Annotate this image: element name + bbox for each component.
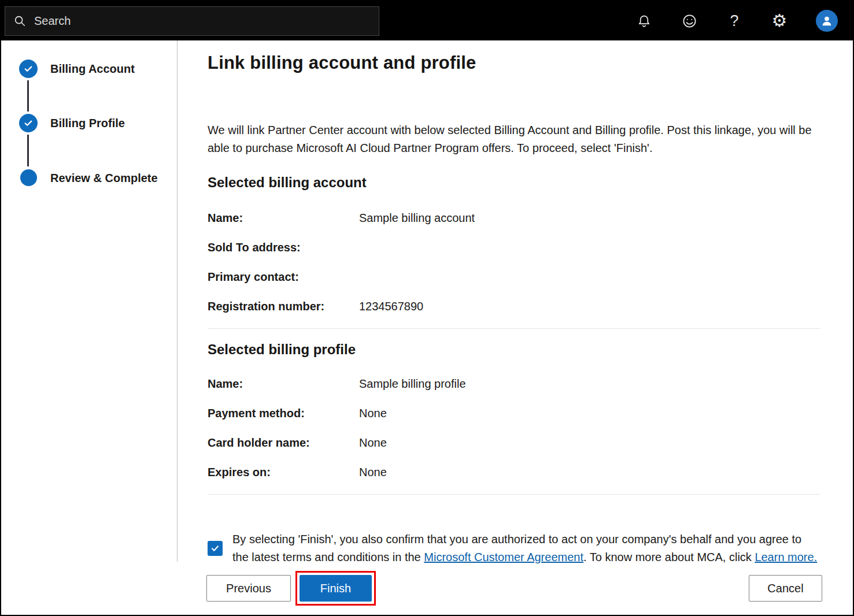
field-label: Sold To address: bbox=[208, 240, 359, 255]
cancel-button[interactable]: Cancel bbox=[749, 575, 822, 602]
field-value: Sample billing account bbox=[359, 210, 475, 225]
topbar-icons: ? ⚙ bbox=[635, 10, 853, 32]
field-label: Name: bbox=[208, 210, 359, 225]
help-icon[interactable]: ? bbox=[726, 12, 743, 29]
main-content: Link billing account and profile We will… bbox=[178, 40, 853, 562]
page-title: Link billing account and profile bbox=[208, 51, 853, 75]
field-value: Sample billing profile bbox=[359, 376, 466, 391]
step-billing-account-indicator[interactable] bbox=[19, 60, 38, 78]
finish-button[interactable]: Finish bbox=[300, 575, 372, 602]
field-label: Registration number: bbox=[208, 299, 359, 314]
billing-profile-heading: Selected billing profile bbox=[208, 340, 853, 359]
agreement-text: By selecting 'Finish', you also confirm … bbox=[232, 530, 818, 566]
check-icon bbox=[23, 118, 34, 128]
billing-account-heading: Selected billing account bbox=[208, 173, 853, 192]
previous-button[interactable]: Previous bbox=[206, 575, 291, 602]
field-label: Payment method: bbox=[208, 406, 359, 421]
partner-center-window: ? ⚙ Billing Account Billi bbox=[0, 0, 854, 616]
field-value: None bbox=[359, 465, 387, 480]
intro-text: We will link Partner Center account with… bbox=[208, 121, 814, 157]
field-row-primary-contact: Primary contact: bbox=[208, 269, 853, 284]
wizard-body: Billing Account Billing Profile Review &… bbox=[1, 40, 853, 562]
annotation-highlight-box: Finish bbox=[295, 571, 376, 606]
person-icon bbox=[820, 14, 833, 27]
sidebar-item-review-complete[interactable]: Review & Complete bbox=[50, 170, 158, 185]
footer-button-bar: Previous Finish Cancel bbox=[1, 562, 853, 615]
section-divider bbox=[208, 494, 820, 495]
stepper-connector bbox=[27, 80, 29, 112]
agreement-row: By selecting 'Finish', you also confirm … bbox=[208, 530, 853, 566]
field-row-card-holder-name: Card holder name: None bbox=[208, 435, 853, 450]
field-value: None bbox=[359, 435, 387, 450]
field-label: Expires on: bbox=[208, 465, 359, 480]
field-row-registration-number: Registration number: 1234567890 bbox=[208, 299, 853, 314]
field-label: Name: bbox=[208, 376, 359, 391]
learn-more-link[interactable]: Learn more. bbox=[755, 551, 817, 563]
field-row-payment-method: Payment method: None bbox=[208, 406, 853, 421]
avatar[interactable] bbox=[816, 10, 838, 32]
bell-icon[interactable] bbox=[635, 12, 653, 29]
wizard-stepper: Billing Account Billing Profile Review &… bbox=[1, 40, 178, 562]
smiley-icon[interactable] bbox=[681, 12, 698, 29]
field-label: Primary contact: bbox=[208, 269, 359, 284]
billing-account-fields: Name: Sample billing account Sold To add… bbox=[208, 210, 853, 314]
field-value: None bbox=[359, 406, 387, 421]
gear-glyph: ⚙ bbox=[772, 12, 788, 29]
agreement-text-part2: . To know more about MCA, click bbox=[583, 551, 755, 563]
check-icon bbox=[210, 544, 220, 553]
check-icon bbox=[23, 64, 34, 74]
microsoft-customer-agreement-link[interactable]: Microsoft Customer Agreement bbox=[424, 551, 583, 563]
search-input[interactable] bbox=[34, 14, 371, 28]
field-row-expires-on: Expires on: None bbox=[208, 465, 853, 480]
field-row-sold-to-address: Sold To address: bbox=[208, 240, 853, 255]
section-divider bbox=[208, 328, 820, 329]
gear-icon[interactable]: ⚙ bbox=[771, 12, 788, 29]
field-row-name: Name: Sample billing account bbox=[208, 210, 853, 225]
field-value: 1234567890 bbox=[359, 299, 423, 314]
step-billing-profile-indicator[interactable] bbox=[19, 114, 38, 132]
search-icon bbox=[13, 14, 26, 27]
top-bar: ? ⚙ bbox=[1, 1, 853, 40]
billing-profile-fields: Name: Sample billing profile Payment met… bbox=[208, 376, 853, 480]
sidebar-item-billing-profile[interactable]: Billing Profile bbox=[50, 116, 125, 131]
field-row-profile-name: Name: Sample billing profile bbox=[208, 376, 853, 391]
field-label: Card holder name: bbox=[208, 435, 359, 450]
search-box[interactable] bbox=[5, 6, 379, 36]
help-glyph: ? bbox=[730, 13, 738, 29]
sidebar-item-billing-account[interactable]: Billing Account bbox=[50, 61, 135, 76]
step-review-complete-indicator[interactable] bbox=[20, 169, 37, 186]
agreement-checkbox[interactable] bbox=[208, 541, 223, 556]
stepper-connector bbox=[27, 135, 29, 166]
